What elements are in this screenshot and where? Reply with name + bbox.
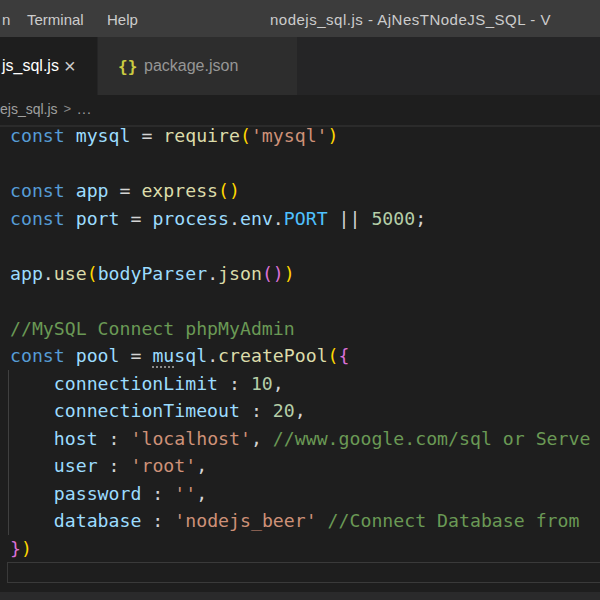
code-line[interactable]: app.use(bodyParser.json()) <box>0 260 600 288</box>
code-token: const <box>10 125 65 146</box>
code-line[interactable]: const app = express() <box>0 177 600 205</box>
code-token: { <box>339 345 350 366</box>
json-braces-icon: {} <box>118 57 137 76</box>
code-token <box>65 125 76 146</box>
code-token: createPool <box>218 345 328 366</box>
code-token: 'nodejs_beer' <box>174 510 316 531</box>
code-token: sql <box>174 345 207 366</box>
menu-item-help[interactable]: Help <box>107 10 138 27</box>
code-token: port <box>76 208 120 229</box>
code-token: 20 <box>273 400 295 421</box>
code-line[interactable]: user : 'root', <box>0 452 600 480</box>
code-token: = <box>120 208 153 229</box>
code-line[interactable]: const port = process.env.PORT || 5000; <box>0 205 600 233</box>
code-token: = <box>109 180 142 201</box>
indent-guide <box>8 370 9 535</box>
code-token: const <box>10 345 65 366</box>
code-line[interactable]: host : 'localhost', //www.google.com/sql… <box>0 425 600 453</box>
menu-item-partial[interactable]: n <box>2 10 10 27</box>
code-line[interactable]: connectionLimit : 10, <box>0 370 600 398</box>
code-token: , <box>251 428 273 449</box>
code-token: app <box>76 180 109 201</box>
code-token <box>10 455 54 476</box>
code-token: 'localhost' <box>130 428 250 449</box>
code-token: } <box>10 538 21 559</box>
code-token: 10 <box>251 373 273 394</box>
bottom-panel-edge <box>0 592 600 600</box>
code-token: env <box>240 208 273 229</box>
code-token: , <box>295 400 306 421</box>
code-line[interactable] <box>0 232 600 260</box>
code-token: , <box>196 483 207 504</box>
code-token <box>317 510 328 531</box>
code-token: pool <box>76 345 120 366</box>
current-line-highlight <box>7 562 600 583</box>
code-token: express <box>141 180 218 201</box>
window-title: nodejs_sql.js - AjNesTNodeJS_SQL - V <box>270 10 551 27</box>
code-token: PORT <box>284 208 328 229</box>
code-token <box>10 373 54 394</box>
code-token: mysql <box>76 125 131 146</box>
close-icon[interactable]: × <box>64 56 76 76</box>
code-token: . <box>43 263 54 284</box>
code-token: . <box>207 263 218 284</box>
code-token: : <box>218 373 251 394</box>
code-line[interactable]: const pool = musql.createPool({ <box>0 342 600 370</box>
code-token: . <box>229 208 240 229</box>
code-token <box>10 400 54 421</box>
code-token <box>65 180 76 201</box>
code-token: : <box>141 483 174 504</box>
code-line[interactable] <box>0 150 600 178</box>
code-token: 'mysql' <box>251 125 328 146</box>
code-token: require <box>163 125 240 146</box>
code-token: () <box>218 180 240 201</box>
code-token: user <box>54 455 98 476</box>
code-area: const mysql = require('mysql')const app … <box>0 122 600 562</box>
code-token: : <box>98 455 131 476</box>
code-line[interactable]: password : '', <box>0 480 600 508</box>
code-token: database <box>54 510 142 531</box>
code-token: const <box>10 180 65 201</box>
breadcrumb-ellipsis[interactable]: ... <box>77 101 92 117</box>
code-token: ) <box>21 538 32 559</box>
code-line[interactable]: //MySQL Connect phpMyAdmin <box>0 315 600 343</box>
code-token: process <box>152 208 229 229</box>
tab-label: js_sql.js <box>2 57 59 75</box>
code-token: json <box>218 263 262 284</box>
code-token <box>10 428 54 449</box>
code-line[interactable] <box>0 287 600 315</box>
code-token: ( <box>87 263 98 284</box>
code-token: app <box>10 263 43 284</box>
code-line[interactable]: const mysql = require('mysql') <box>0 122 600 150</box>
code-line[interactable]: connectionTimeout : 20, <box>0 397 600 425</box>
code-token: //www.google.com/sql or Serve <box>273 428 591 449</box>
tab-label: package.json <box>144 57 238 75</box>
code-token: () <box>262 263 284 284</box>
code-token: use <box>54 263 87 284</box>
code-token: 5000 <box>371 208 415 229</box>
code-token: connectionLimit <box>54 373 218 394</box>
code-token: ( <box>328 345 339 366</box>
code-token: ) <box>284 263 295 284</box>
breadcrumb: ejs_sql.js > ... <box>0 95 600 122</box>
tab-package-json[interactable]: {} package.json <box>98 37 297 95</box>
code-token: ( <box>240 125 251 146</box>
code-token: : <box>98 428 131 449</box>
editor[interactable]: const mysql = require('mysql')const app … <box>0 122 600 600</box>
code-token: , <box>273 373 284 394</box>
chevron-right-icon: > <box>64 101 72 116</box>
code-token: //Connect Database from <box>328 510 580 531</box>
code-token: 'root' <box>130 455 196 476</box>
code-token: = <box>130 125 163 146</box>
code-token: connectionTimeout <box>54 400 240 421</box>
code-line[interactable]: database : 'nodejs_beer' //Connect Datab… <box>0 507 600 535</box>
code-token <box>10 510 54 531</box>
tab-bar: js_sql.js × {} package.json <box>0 37 600 95</box>
menu-item-terminal[interactable]: Terminal <box>27 10 84 27</box>
breadcrumb-file[interactable]: ejs_sql.js <box>0 101 58 117</box>
tab-nodejs-sql[interactable]: js_sql.js × <box>0 37 97 95</box>
code-line[interactable]: }) <box>0 535 600 563</box>
code-token: : <box>141 510 174 531</box>
code-token: ; <box>415 208 426 229</box>
code-token: host <box>54 428 98 449</box>
